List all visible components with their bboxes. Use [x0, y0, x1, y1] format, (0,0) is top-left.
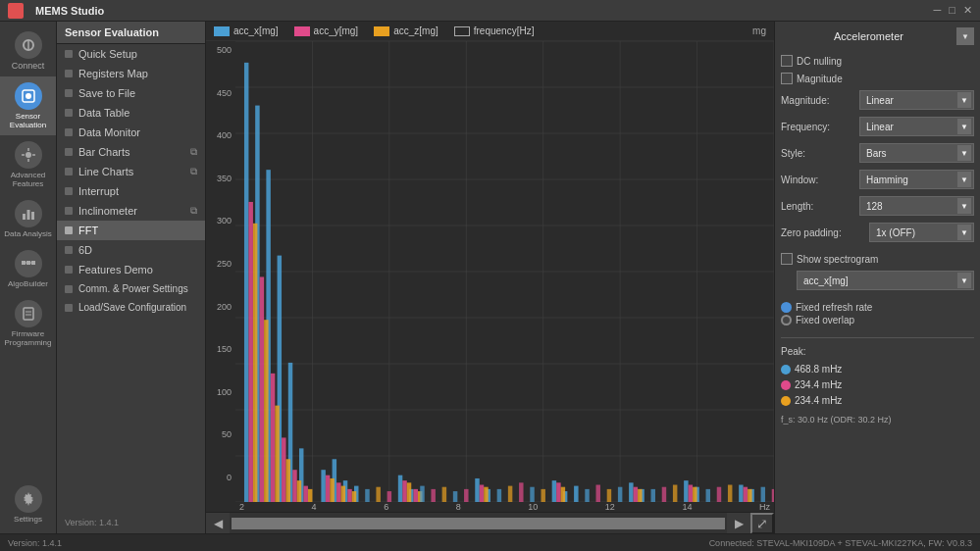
sidebar-item-sensor-evaluation[interactable]: Sensor Evaluation [0, 76, 56, 135]
status-connection: Connected: STEVAL-MKI109DA + STEVAL-MKI2… [709, 538, 972, 548]
sidebar-label-algo: AlgoBuilder [8, 279, 48, 288]
sidebar-label-advanced: Advanced Features [4, 171, 52, 188]
svg-rect-89 [484, 487, 488, 502]
style-select-row: Style: Bars ▼ [781, 143, 974, 163]
legend-label-freq: frequency[Hz] [474, 25, 535, 36]
spectrogram-channel-select[interactable]: acc_x[mg] ▼ [797, 271, 974, 290]
chart-nav-left[interactable]: ◀ [206, 513, 230, 534]
minimize-button[interactable]: ─ [934, 4, 942, 17]
svg-rect-71 [402, 480, 406, 502]
magnitude-dropdown-arrow: ▼ [957, 92, 971, 108]
peak-color-2 [781, 380, 791, 390]
nav-bullet [65, 50, 73, 58]
window-select[interactable]: Hamming ▼ [859, 170, 974, 189]
panel-title-dropdown[interactable]: ▼ [956, 27, 974, 45]
chart-nav: ◀ ▶ ⤢ [206, 512, 774, 533]
legend-acc-z: acc_z[mg] [374, 25, 438, 36]
advanced-icon [15, 141, 42, 169]
main-layout: Connect Sensor Evaluation Advanced Featu… [0, 22, 980, 533]
chart-svg [235, 41, 774, 502]
svg-rect-108 [595, 485, 599, 502]
nav-bullet [65, 226, 73, 234]
nav-item-data-monitor[interactable]: Data Monitor [57, 123, 205, 142]
chart-scrollbar[interactable] [232, 518, 725, 529]
length-select-label: Length: [781, 201, 859, 212]
frequency-select[interactable]: Linear ▼ [859, 117, 974, 136]
spectrogram-checkbox[interactable] [781, 253, 793, 265]
magnitude-select-value: Linear [862, 94, 957, 107]
radio-fixed-refresh-label: Fixed refresh rate [796, 302, 974, 313]
window-select-row: Window: Hamming ▼ [781, 170, 974, 189]
peak-label: Peak: [781, 346, 974, 357]
sidebar-item-advanced[interactable]: Advanced Features [0, 135, 56, 194]
zero-padding-arrow: ▼ [957, 225, 971, 240]
topbar: MEMS Studio ─ □ ✕ [0, 0, 980, 22]
close-button[interactable]: ✕ [963, 4, 972, 17]
svg-rect-78 [253, 224, 257, 502]
maximize-button[interactable]: □ [949, 4, 955, 17]
panel-divider [781, 337, 974, 338]
svg-rect-56 [629, 482, 633, 502]
chart-zoom-button[interactable]: ⤢ [750, 513, 774, 534]
peak-value-3: 234.4 mHz [795, 395, 842, 406]
chart-legend: acc_x[mg] acc_y[mg] acc_z[mg] frequency[… [206, 22, 774, 41]
svg-rect-51 [475, 478, 479, 502]
spectrogram-channel-value: acc_x[mg] [799, 275, 957, 287]
svg-rect-102 [497, 489, 501, 502]
sidebar-item-firmware[interactable]: Firmware Programming [0, 294, 56, 353]
chart-container: 500 450 400 350 300 250 200 150 100 50 0 [206, 41, 774, 502]
svg-rect-87 [407, 482, 411, 502]
nav-item-bar-charts[interactable]: Bar Charts ⧉ [57, 142, 205, 162]
peak-row-1: 468.8 mHz [781, 364, 974, 375]
radio-fixed-refresh[interactable]: Fixed refresh rate [781, 302, 974, 313]
window-select-label: Window: [781, 175, 859, 185]
window-dropdown-arrow: ▼ [957, 172, 971, 187]
nav-item-registers-map[interactable]: Registers Map [57, 64, 205, 83]
dc-nulling-checkbox[interactable] [781, 55, 793, 67]
sidebar-item-settings[interactable]: Settings [0, 479, 56, 529]
radio-fixed-overlap[interactable]: Fixed overlap [781, 315, 974, 326]
svg-rect-82 [297, 480, 301, 502]
nav-item-load-save[interactable]: Load/Save Configuration [57, 298, 205, 317]
nav-bullet [65, 285, 73, 293]
style-select[interactable]: Bars ▼ [859, 143, 974, 163]
nav-item-data-table[interactable]: Data Table [57, 103, 205, 123]
magnitude-checkbox[interactable] [781, 73, 793, 84]
sidebar-item-connect[interactable]: Connect [0, 25, 56, 76]
nav-item-comm-power[interactable]: Comm. & Power Settings [57, 279, 205, 298]
nav-item-interrupt[interactable]: Interrupt [57, 181, 205, 201]
frequency-select-row: Frequency: Linear ▼ [781, 117, 974, 136]
peak-color-3 [781, 396, 791, 406]
settings-icon [15, 485, 42, 513]
nav-item-features-demo[interactable]: Features Demo [57, 260, 205, 279]
status-version: Version: 1.4.1 [8, 538, 62, 548]
algobuilder-icon [15, 250, 42, 277]
statusbar: Version: 1.4.1 Connected: STEVAL-MKI109D… [0, 533, 980, 551]
nav-item-inclinometer[interactable]: Inclinometer ⧉ [57, 201, 205, 221]
nav-item-6d[interactable]: 6D [57, 240, 205, 260]
chart-nav-right[interactable]: ▶ [727, 513, 750, 534]
svg-rect-118 [772, 489, 774, 502]
length-select[interactable]: 128 ▼ [859, 196, 974, 216]
legend-color-acc-y [294, 26, 310, 36]
length-select-value: 128 [862, 200, 957, 213]
sidebar-item-algobuilder[interactable]: AlgoBuilder [0, 244, 56, 294]
sidebar-label-settings: Settings [14, 515, 42, 524]
app-icon [8, 3, 24, 19]
style-select-value: Bars [862, 147, 957, 160]
nav-item-quick-setup[interactable]: Quick Setup [57, 44, 205, 64]
chart-main [235, 41, 774, 502]
app-title: MEMS Studio [35, 5, 104, 17]
zero-padding-select[interactable]: 1x (OFF) ▼ [869, 223, 974, 242]
magnitude-select[interactable]: Linear ▼ [859, 90, 974, 110]
nav-item-save-to-file[interactable]: Save to File [57, 83, 205, 103]
svg-rect-69 [336, 482, 340, 502]
svg-rect-101 [464, 489, 468, 502]
svg-rect-66 [292, 470, 296, 502]
svg-rect-14 [31, 261, 35, 265]
nav-item-fft[interactable]: FFT [57, 221, 205, 240]
nav-item-line-charts[interactable]: Line Charts ⧉ [57, 162, 205, 181]
svg-rect-99 [442, 487, 446, 502]
sidebar-item-data-analysis[interactable]: Data Analysis [0, 194, 56, 244]
spectrogram-channel-arrow: ▼ [957, 273, 971, 288]
